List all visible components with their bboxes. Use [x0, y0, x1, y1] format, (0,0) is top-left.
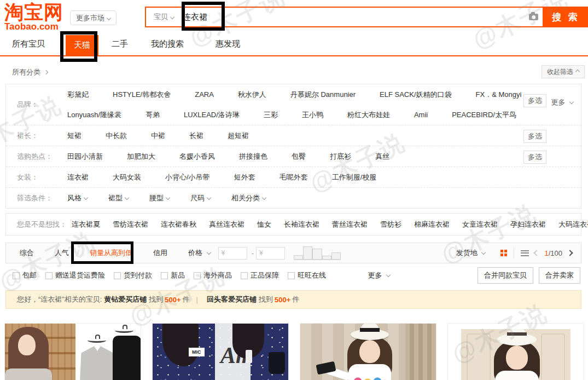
filter-option[interactable]: 彩黛妃 [67, 90, 89, 100]
filter-option[interactable]: ELF SACK/妖精的口袋 [380, 90, 451, 100]
sort-sales-desc[interactable]: 销量从高到低 [90, 248, 132, 258]
checkbox[interactable] [288, 272, 295, 279]
filter-option[interactable]: 短裙 [67, 131, 81, 141]
filter-option[interactable]: 打底衫 [330, 152, 351, 162]
price-histogram[interactable] [294, 246, 341, 260]
filter-option[interactable]: 长裙 [189, 131, 203, 141]
checkbox-return-insurance[interactable]: 赠送退货运费险 [45, 270, 105, 280]
checkbox-wangwang-online[interactable]: 旺旺在线 [288, 270, 326, 280]
filter-option[interactable]: 王小鸭 [302, 110, 323, 120]
prev-page-icon[interactable] [534, 250, 540, 256]
dropdown-style[interactable]: 风格 [67, 193, 88, 203]
breadcrumb[interactable]: 所有分类 [12, 67, 48, 77]
dropdown-waist-type[interactable]: 腰型 [149, 193, 170, 203]
suggest-link[interactable]: 女童连衣裙 [462, 220, 498, 229]
checkbox[interactable] [161, 272, 168, 279]
filter-option[interactable]: 连衣裙 [67, 172, 89, 182]
filter-option[interactable]: 拼接撞色 [239, 152, 267, 162]
grid-view-icon[interactable] [500, 250, 507, 256]
multi-select-button[interactable]: 多选 [523, 151, 546, 164]
filter-option[interactable]: 名媛小香风 [179, 152, 215, 162]
taobao-logo[interactable]: 淘宝网 Taobao.com [4, 2, 63, 31]
dropdown-size[interactable]: 尺码 [190, 193, 211, 203]
filter-option[interactable]: PEACEBIRD/太平鸟 [452, 110, 516, 120]
tab-discover[interactable]: 惠发现 [216, 39, 240, 49]
suggest-link[interactable]: 连衣裙春秋 [161, 220, 196, 229]
checkbox[interactable] [45, 272, 53, 279]
checkbox-overseas[interactable]: 海外商品 [194, 270, 232, 280]
checkbox[interactable] [13, 272, 20, 279]
filter-option[interactable]: 丹慕妮尔 Danmunier [290, 90, 356, 100]
filter-option[interactable]: Lonyuash/隆缘裳 [67, 110, 121, 120]
tab-tmall[interactable]: 天猫 [66, 35, 98, 55]
collapse-filter-button[interactable]: 收起筛选 [542, 65, 585, 78]
more-brands-link[interactable]: 更多 [551, 97, 573, 107]
filter-option[interactable]: LUXLEAD/洛诗琳 [184, 110, 240, 120]
filter-option[interactable]: 真丝 [375, 152, 389, 162]
ship-from-dropdown[interactable]: 发货地 [456, 248, 486, 258]
price-max-input[interactable]: ¥ [256, 247, 285, 260]
sort-credit[interactable]: 信用 [153, 248, 167, 258]
suggest-link[interactable]: 恤女 [257, 220, 271, 229]
filter-option[interactable]: 加肥加大 [127, 152, 155, 162]
filter-option[interactable]: 短外套 [234, 172, 255, 182]
suggest-link[interactable]: 大码连衣裙 [558, 220, 588, 229]
filter-option[interactable]: Amii [414, 111, 428, 119]
filter-option[interactable]: 工作制服/校服 [332, 172, 377, 182]
suggest-link[interactable]: 真丝连衣裙 [209, 220, 244, 229]
filter-option[interactable]: 田园小清新 [67, 152, 103, 162]
tab-my-search[interactable]: 我的搜索 [151, 39, 184, 49]
checkbox[interactable] [114, 272, 121, 279]
suggest-link[interactable]: 孕妇连衣裙 [510, 220, 546, 229]
merge-same-items-button[interactable]: 合并同款宝贝 [478, 267, 533, 284]
more-markets-button[interactable]: 更多市场 [70, 10, 117, 25]
checkbox[interactable] [241, 272, 248, 279]
next-page-icon[interactable] [567, 250, 573, 256]
filter-option[interactable]: 哥弟 [145, 110, 160, 120]
merge-sellers-button[interactable]: 合并卖家 [539, 267, 580, 284]
suggest-link[interactable]: 雪纺连衣裙 [113, 220, 148, 229]
suggest-link[interactable]: 长袖连衣裙 [284, 220, 319, 229]
notice-group2-name[interactable]: 回头客爱买店铺 [207, 295, 257, 304]
sort-composite[interactable]: 综合 [20, 248, 34, 258]
suggest-link[interactable]: 雪纺衫 [380, 220, 401, 229]
filter-option[interactable]: 小背心/小吊带 [165, 172, 210, 182]
checkbox-authentic[interactable]: 正品保障 [241, 270, 279, 280]
product-card[interactable] [4, 323, 141, 380]
filter-option[interactable]: HSTYLE/韩都衣舍 [113, 90, 171, 100]
filter-option[interactable]: 大码女装 [113, 172, 141, 182]
list-view-icon[interactable] [521, 249, 529, 257]
price-min-input[interactable]: ¥ [218, 247, 247, 260]
filter-option[interactable]: 秋水伊人 [238, 90, 266, 100]
product-card[interactable] [447, 323, 584, 380]
filter-option[interactable]: 毛呢外套 [280, 172, 308, 182]
suggest-link[interactable]: 蕾丝连衣裙 [332, 220, 368, 229]
filter-option[interactable]: 粉红大布娃娃 [347, 110, 390, 120]
filter-option[interactable]: FX．& Mongyi [476, 90, 522, 100]
search-input[interactable]: 连衣裙 [179, 8, 524, 26]
tab-all-items[interactable]: 所有宝贝 [12, 39, 45, 49]
notice-group1-name[interactable]: 黄钻爱买店铺 [104, 295, 147, 304]
multi-select-button[interactable]: 多选 [523, 94, 546, 107]
sort-price-dropdown[interactable]: 价格 [188, 248, 211, 258]
search-button[interactable]: 搜 索 [544, 7, 588, 27]
filter-option[interactable]: 中长款 [106, 131, 127, 141]
search-bar[interactable]: 宝贝 连衣裙 [145, 7, 544, 27]
checkbox-cod[interactable]: 货到付款 [114, 270, 152, 280]
product-card[interactable] [300, 323, 436, 380]
tab-secondhand[interactable]: 二手 [112, 39, 128, 49]
sort-popularity[interactable]: 人气 [55, 248, 69, 258]
more-options-dropdown[interactable]: 更多 [368, 270, 390, 280]
filter-option[interactable]: 三彩 [264, 110, 278, 120]
checkbox-free-shipping[interactable]: 包邮 [13, 270, 37, 280]
search-scope-dropdown[interactable]: 宝贝 [146, 8, 179, 26]
filter-option[interactable]: 超短裙 [228, 131, 249, 141]
image-search-button[interactable] [524, 8, 543, 26]
suggest-link[interactable]: 连衣裙夏 [72, 220, 100, 229]
suggest-link[interactable]: 棉麻连衣裙 [414, 220, 450, 229]
checkbox-new[interactable]: 新品 [161, 270, 185, 280]
filter-option[interactable]: ZARA [195, 90, 214, 99]
price-min-field[interactable] [225, 249, 243, 257]
checkbox[interactable] [194, 272, 201, 279]
price-max-field[interactable] [263, 249, 282, 257]
